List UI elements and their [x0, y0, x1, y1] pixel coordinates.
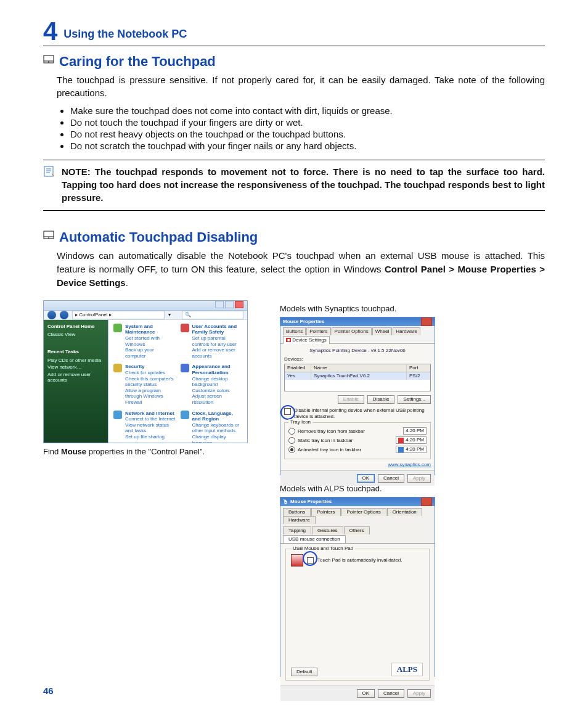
- tab-tapping[interactable]: Tapping: [283, 526, 311, 534]
- svg-rect-3: [44, 166, 53, 176]
- nav-forward-icon[interactable]: [60, 311, 68, 319]
- touchpad-mouse-icon: [291, 554, 303, 567]
- cp-category[interactable]: System and MaintenanceGet started with W…: [113, 324, 176, 359]
- section2-intro: Windows can automatically disable the No…: [57, 249, 545, 289]
- sidebar-task[interactable]: Add or remove user accounts: [47, 372, 104, 383]
- window-controls[interactable]: [214, 301, 243, 310]
- cp-right-column: User Accounts and Family SafetySet up pa…: [181, 324, 243, 443]
- tray-option-animated[interactable]: Animated tray icon in taskbar 4:20 PM: [288, 446, 427, 453]
- nav-back-icon[interactable]: [47, 311, 56, 319]
- col-name: Name: [311, 364, 407, 372]
- cancel-button[interactable]: Cancel: [378, 689, 404, 698]
- sidebar-task[interactable]: Play CDs or other media: [47, 358, 104, 364]
- address-bar[interactable]: ▸ ControlPanel ▸: [72, 311, 165, 319]
- category-sublink[interactable]: Get started with Windows: [125, 335, 176, 347]
- category-sublink[interactable]: Set up parental controls for any user: [192, 335, 243, 347]
- category-icon: [113, 324, 122, 332]
- list-item: Do not scratch the touchpad with your fi…: [70, 141, 545, 151]
- alps-dialog: 🖱Mouse Properties Buttons Pointers Point…: [280, 497, 435, 677]
- sidebar-header: Control Panel Home: [47, 324, 104, 330]
- category-sublink[interactable]: Change keyboards or other input methods: [192, 422, 243, 434]
- synaptics-link[interactable]: www.synaptics.com: [284, 462, 431, 468]
- intro-end: .: [126, 277, 128, 288]
- page-number: 46: [43, 685, 54, 696]
- tab-hardware[interactable]: Hardware: [393, 327, 420, 335]
- category-sublink[interactable]: Check this computer's security status: [125, 376, 176, 388]
- disable-on-usb-checkbox-row[interactable]: Disable internal pointing device when ex…: [284, 407, 431, 420]
- close-icon[interactable]: [421, 317, 432, 326]
- category-sublink[interactable]: Allow a program through Windows Firewall: [125, 388, 176, 406]
- category-title[interactable]: System and Maintenance: [125, 324, 155, 335]
- sidebar: Control Panel Home Classic View Recent T…: [44, 320, 108, 443]
- category-title[interactable]: Network and Internet: [125, 411, 174, 416]
- category-sublink[interactable]: Set up file sharing: [125, 434, 176, 440]
- tab-buttons[interactable]: Buttons: [283, 327, 306, 335]
- section-auto-disable: Automatic Touchpad Disabling: [43, 229, 545, 245]
- touchpad-icon: [43, 231, 54, 242]
- dialog-titlebar: Mouse Properties: [280, 317, 435, 326]
- settings-button[interactable]: Settings...: [398, 395, 431, 404]
- synaptics-dialog: Mouse Properties Buttons Pointers Pointe…: [280, 317, 435, 475]
- cp-category[interactable]: Clock, Language, and RegionChange keyboa…: [181, 411, 243, 444]
- close-icon[interactable]: [421, 497, 432, 506]
- cancel-button[interactable]: Cancel: [378, 474, 404, 483]
- category-title[interactable]: Security: [125, 364, 145, 369]
- caption-synaptics: Models with Synaptics touchpad.: [280, 304, 545, 313]
- tab-orientation[interactable]: Orientation: [387, 508, 422, 516]
- category-sublink[interactable]: Customize colors: [192, 388, 243, 394]
- enable-button[interactable]: Enable: [338, 395, 364, 404]
- category-sublink[interactable]: Check for updates: [125, 370, 176, 376]
- tab-wheel[interactable]: Wheel: [372, 327, 393, 335]
- cp-category[interactable]: User Accounts and Family SafetySet up pa…: [181, 324, 243, 359]
- tab-bar: Buttons Pointers Pointer Options Wheel H…: [280, 326, 435, 344]
- apply-button[interactable]: Apply: [407, 474, 431, 483]
- cp-category[interactable]: Appearance and PersonalizationChange des…: [181, 364, 243, 405]
- devices-label: Devices:: [284, 356, 431, 362]
- search-input[interactable]: 🔍: [182, 311, 243, 319]
- category-sublink[interactable]: Back up your computer: [125, 347, 176, 359]
- default-button[interactable]: Default: [291, 668, 317, 676]
- mouse-icon: 🖱: [283, 499, 288, 505]
- cp-left-column: System and MaintenanceGet started with W…: [113, 324, 176, 443]
- ok-button[interactable]: OK: [357, 689, 375, 698]
- tab-usb-mouse[interactable]: USB mouse connection: [283, 535, 346, 543]
- category-title[interactable]: Clock, Language, and Region: [192, 411, 233, 422]
- alps-checkbox-row[interactable]: Touch Pad is automatically invalidated.: [291, 554, 424, 567]
- category-sublink[interactable]: Connect to the Internet: [125, 416, 176, 422]
- category-sublink[interactable]: Change desktop background: [192, 376, 243, 388]
- disable-button[interactable]: Disable: [367, 395, 395, 404]
- category-title[interactable]: User Accounts and Family Safety: [192, 324, 237, 335]
- tab-pointer-options[interactable]: Pointer Options: [341, 508, 386, 516]
- cp-category[interactable]: SecurityCheck for updatesCheck this comp…: [113, 364, 176, 405]
- tray-option-remove[interactable]: Remove tray icon from taskbar 4:20 PM: [288, 427, 427, 435]
- tab-hardware[interactable]: Hardware: [283, 516, 316, 524]
- alps-logo: ALPS: [391, 663, 423, 676]
- col-port: Port: [407, 364, 430, 372]
- group-legend: USB Mouse and Touch Pad: [291, 546, 355, 552]
- usb-mouse-group: USB Mouse and Touch Pad Touch Pad is aut…: [285, 549, 430, 681]
- tab-gestures[interactable]: Gestures: [312, 526, 343, 534]
- chapter-title: Using the Notebook PC: [63, 28, 187, 41]
- category-sublink[interactable]: View network status and tasks: [125, 422, 176, 434]
- list-item: Do not touch the touchpad if your finger…: [70, 117, 545, 128]
- tab-pointer-options[interactable]: Pointer Options: [332, 327, 372, 335]
- tab-pointers[interactable]: Pointers: [311, 508, 340, 516]
- tab-device-settings[interactable]: ■Device Settings: [283, 336, 330, 344]
- note-text: NOTE: The touchpad responds to movement …: [62, 165, 545, 204]
- tab-buttons[interactable]: Buttons: [283, 508, 311, 516]
- category-sublink[interactable]: Change display language: [192, 434, 243, 443]
- tray-option-static[interactable]: Static tray icon in taskbar 4:20 PM: [288, 436, 427, 444]
- apply-button[interactable]: Apply: [407, 689, 431, 698]
- category-title[interactable]: Appearance and Personalization: [192, 364, 231, 375]
- tab-others[interactable]: Others: [344, 526, 370, 534]
- cp-category[interactable]: Network and InternetConnect to the Inter…: [113, 411, 176, 440]
- ok-button[interactable]: OK: [357, 474, 375, 483]
- tab-pointers[interactable]: Pointers: [306, 327, 330, 335]
- table-row[interactable]: Yes Synaptics TouchPad V6.2 PS/2: [285, 372, 430, 380]
- sidebar-task[interactable]: View network…: [47, 364, 104, 370]
- category-sublink[interactable]: Adjust screen resolution: [192, 393, 243, 405]
- category-sublink[interactable]: Add or remove user accounts: [192, 347, 243, 359]
- touchpad-icon: [43, 55, 54, 66]
- sidebar-link[interactable]: Classic View: [47, 332, 104, 338]
- category-icon: [181, 411, 189, 419]
